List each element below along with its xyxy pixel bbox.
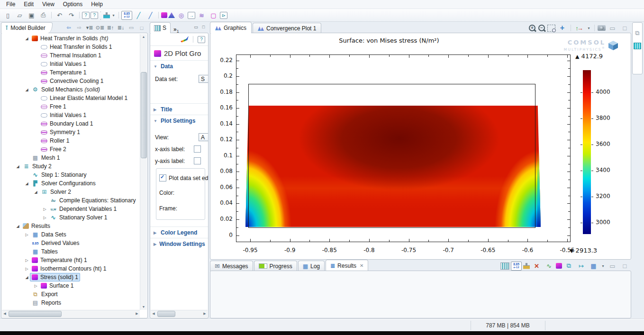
tree-expand-icon[interactable]: ◢ xyxy=(24,88,30,92)
player-icon[interactable]: ⊳ xyxy=(220,12,227,19)
tree-expand-icon[interactable]: ◢ xyxy=(24,36,30,41)
2d-plot-group-icon[interactable] xyxy=(161,12,167,18)
tree-item-data-sets[interactable]: ▷ Data Sets xyxy=(1,230,140,239)
scroll-down-icon[interactable]: ▼ xyxy=(140,304,147,310)
measure-icon[interactable]: ╱ xyxy=(133,10,144,20)
export-plot-icon[interactable]: ↦ xyxy=(576,261,587,271)
move-down-icon[interactable]: ≣↓ xyxy=(116,24,126,32)
snapshot-camera-icon[interactable] xyxy=(598,25,606,31)
empty-plot-icon[interactable]: ▢ xyxy=(208,10,219,20)
3d-plot-group-icon[interactable] xyxy=(168,12,175,18)
scroll-right-icon[interactable]: ▶ xyxy=(134,311,140,317)
tree-item-convective-cooling-1[interactable]: Convective Cooling 1 xyxy=(1,77,140,85)
tree-item-initial-values-1-sm[interactable]: Initial Values 1 xyxy=(1,111,140,119)
new-file-icon[interactable]: ▯ xyxy=(2,10,13,20)
minimize-panel-icon[interactable]: ▭ xyxy=(607,23,618,33)
duplicate-plot-icon[interactable]: ⧉ xyxy=(563,261,574,271)
tab-convergence-plot-1[interactable]: Convergence Plot 1 xyxy=(253,23,321,33)
tree-expand-icon[interactable]: ◢ xyxy=(33,190,39,194)
tree-item-heat-transfer-in-solids-1[interactable]: Heat Transfer in Solids 1 xyxy=(1,43,140,51)
minimize-panel-icon[interactable]: ▭ xyxy=(607,261,618,271)
tree-item-isothermal-contours-ht-1[interactable]: ▷ Isothermal Contours (ht) 1 xyxy=(1,264,140,273)
scrollbar-thumb[interactable] xyxy=(141,72,147,158)
tree-item-reports[interactable]: Reports xyxy=(1,299,140,307)
tree-item-stress-solid-1[interactable]: ◢ Stress (solid) 1 xyxy=(1,273,140,281)
tree-item-step-1-stationary[interactable]: Step 1: Stationary xyxy=(1,171,140,179)
tree-item-solver-configurations[interactable]: ◢ Solver Configurations xyxy=(1,179,140,188)
table-icon[interactable]: ▦ xyxy=(588,261,599,271)
scroll-up-icon[interactable]: ▲ xyxy=(140,34,147,40)
scrollbar-thumb[interactable] xyxy=(9,311,62,317)
menu-options[interactable]: Options xyxy=(59,0,87,8)
tree-item-symmetry-1[interactable]: Symmetry 1 xyxy=(1,128,140,136)
maximize-panel-icon[interactable]: □ xyxy=(619,23,630,33)
tree-item-export[interactable]: Export xyxy=(1,290,140,299)
settings-horizontal-scrollbar[interactable]: ◀ ▶ xyxy=(151,310,208,317)
show-options-icon[interactable]: ⊙≣ xyxy=(95,24,105,32)
section-title[interactable]: ▶ Title xyxy=(150,103,208,115)
precision-constants-icon[interactable]: 8.85e-12 xyxy=(511,262,522,271)
zoom-out-icon[interactable] xyxy=(538,25,546,32)
tree-vertical-scrollbar[interactable]: ▲ ▼ xyxy=(140,34,147,310)
undo-icon[interactable]: ↶ xyxy=(54,10,65,20)
tree-item-dependent-variables-1[interactable]: ▷ Dependent Variables 1 xyxy=(1,205,140,213)
x-axis-label-checkbox[interactable] xyxy=(194,145,201,153)
tree-item-compile-equations-stationary[interactable]: Compile Equations: Stationary xyxy=(1,196,140,205)
tree-item-study-2[interactable]: ◢ Study 2 xyxy=(1,162,140,171)
orientation-dropdown-icon[interactable]: ▾ xyxy=(586,23,591,33)
tree-item-boundary-load-1[interactable]: Boundary Load 1 xyxy=(1,119,140,128)
material-browser-icon[interactable] xyxy=(634,43,641,49)
open-file-icon[interactable]: ▱ xyxy=(14,10,25,20)
arrow-plot-icon[interactable]: → xyxy=(188,12,195,19)
scroll-left-icon[interactable]: ◀ xyxy=(151,311,156,317)
plot-curve-icon[interactable]: ∿ xyxy=(544,261,554,271)
maximize-panel-icon[interactable]: □ xyxy=(200,24,207,30)
tab-graphics[interactable]: Graphics xyxy=(210,22,252,33)
tree-expand-icon[interactable]: ▷ xyxy=(24,267,30,271)
tree-item-temperature-1[interactable]: Temperature 1 xyxy=(1,68,140,77)
tree-item-stationary-solver-1[interactable]: ▷ Stationary Solver 1 xyxy=(1,213,140,222)
physical-constants-icon[interactable]: 8.85e-12 xyxy=(121,11,132,20)
tree-item-derived-values[interactable]: Derived Values xyxy=(1,239,140,247)
section-window-settings[interactable]: ▶ Window Settings xyxy=(150,238,208,249)
point-evaluation-icon[interactable]: ╱ xyxy=(145,10,156,20)
menu-view[interactable]: View xyxy=(38,0,59,8)
tab-overflow-chevron-icon[interactable]: » xyxy=(173,26,177,33)
restore-panel-icon[interactable]: ⧉ xyxy=(632,28,643,38)
tree-item-linear-elastic-material-model-1[interactable]: Linear Elastic Material Model 1 xyxy=(1,94,140,102)
tree-expand-icon[interactable]: ▷ xyxy=(33,284,39,288)
scrollbar-thumb[interactable] xyxy=(157,311,175,317)
model-builder-tab[interactable]: ⊺ Model Builder xyxy=(1,22,53,33)
menu-file[interactable]: File xyxy=(2,0,19,8)
minimize-panel-icon[interactable]: ▭ xyxy=(127,24,136,32)
maximize-panel-icon[interactable]: □ xyxy=(619,261,630,271)
tree-horizontal-scrollbar[interactable]: ◀ ▶ xyxy=(2,310,140,317)
y-axis-label-checkbox[interactable] xyxy=(194,157,201,164)
section-color-legend[interactable]: ▶ Color Legend xyxy=(150,226,208,238)
tree-item-free-1[interactable]: Free 1 xyxy=(1,102,140,111)
tree-item-mesh-1[interactable]: Mesh 1 xyxy=(1,154,140,162)
tree-item-solid-mechanics[interactable]: ◢ Solid Mechanics (solid) xyxy=(1,85,140,94)
zoom-extents-icon[interactable] xyxy=(557,23,568,33)
menu-edit[interactable]: Edit xyxy=(19,0,38,8)
minimize-panel-icon[interactable]: ▭ xyxy=(193,24,199,30)
tree-item-thermal-insulation-1[interactable]: Thermal Insulation 1 xyxy=(1,51,140,60)
scroll-left-icon[interactable]: ◀ xyxy=(2,311,8,317)
section-plot-settings[interactable]: ▼ Plot Settings xyxy=(150,115,208,126)
tab-results[interactable]: Results ✕ xyxy=(326,260,368,271)
plot-button-icon[interactable] xyxy=(181,36,189,43)
collapse-all-icon[interactable]: ▾≣ xyxy=(85,24,94,32)
tree-item-initial-values-1[interactable]: Initial Values 1 xyxy=(1,60,140,68)
tree-expand-icon[interactable]: ▷ xyxy=(42,216,48,220)
nav-back-icon[interactable]: ⇦ xyxy=(64,24,73,32)
tab-log[interactable]: Log xyxy=(298,261,325,271)
tree-item-surface-1[interactable]: ▷ Surface 1 xyxy=(1,281,140,290)
tree-item-solver-2[interactable]: ◢ Solver 2 xyxy=(1,188,140,196)
tree-expand-icon[interactable]: ▷ xyxy=(24,233,30,237)
print-icon[interactable]: ⎙ xyxy=(38,10,49,20)
maximize-panel-icon[interactable]: □ xyxy=(137,24,146,32)
move-up-icon[interactable]: ≣↑ xyxy=(106,24,115,32)
view-select[interactable]: A xyxy=(199,133,209,141)
menu-help[interactable]: Help xyxy=(87,0,107,8)
plot-group-icon[interactable] xyxy=(556,263,562,269)
